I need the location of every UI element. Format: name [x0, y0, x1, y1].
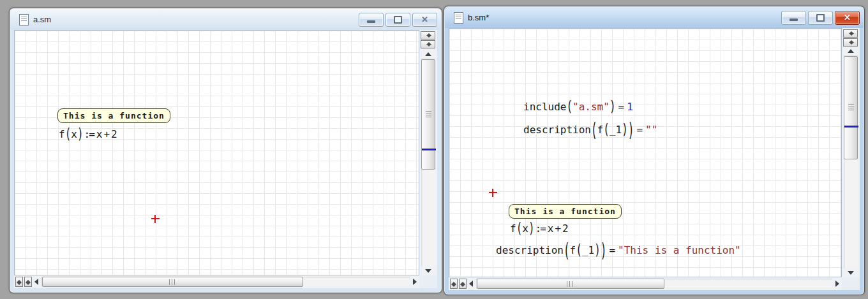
scroll-left-button[interactable] [467, 279, 475, 289]
horizontal-split-handle-icon[interactable] [450, 279, 458, 289]
worksheet-area: This is a function f(x):=x+2 [14, 30, 437, 288]
vertical-split-handle-icon[interactable] [421, 40, 435, 48]
scroll-right-button[interactable] [833, 279, 842, 289]
worksheet-area: include("a.sm")=1 description(f(_1))="" … [449, 28, 860, 290]
right-paren-icon: ) [628, 118, 634, 140]
scroll-down-button[interactable] [844, 268, 858, 277]
close-icon: ✕ [844, 13, 851, 22]
titlebar-b-sm[interactable]: b.sm* ✕ [445, 7, 864, 28]
right-paren-icon: ) [601, 238, 607, 261]
description-empty-expression[interactable]: description(f(_1))="" [523, 122, 657, 137]
window-b-sm: b.sm* ✕ include("a.sm")=1 description(f(… [444, 6, 865, 295]
function-name: f [59, 128, 65, 140]
arrow-down-icon [425, 269, 431, 273]
scrollbar-corner [419, 275, 437, 288]
horizontal-scrollbar-area [14, 275, 419, 288]
insertion-crosshair-icon [151, 215, 160, 223]
close-icon: ✕ [421, 15, 428, 24]
horizontal-scrollbar-thumb[interactable] [477, 279, 664, 289]
minimize-icon [789, 18, 798, 21]
insertion-crosshair-icon [489, 189, 497, 197]
left-paren-icon: ( [603, 120, 610, 138]
minimize-button[interactable] [781, 11, 806, 25]
restore-button[interactable] [385, 13, 410, 27]
scroll-right-button[interactable] [410, 277, 419, 287]
left-paren-icon: ( [564, 238, 570, 261]
window-controls: ✕ [359, 13, 437, 27]
function-arg: x [522, 222, 528, 235]
vertical-split-handle-icon[interactable] [843, 29, 858, 38]
function-arg: x [71, 128, 77, 140]
function-name: f [510, 222, 516, 235]
vertical-scrollbar-area [419, 30, 437, 275]
plus-operator: + [555, 222, 561, 235]
scroll-up-button[interactable] [421, 50, 435, 59]
scrollbar-corner [842, 277, 860, 290]
body-number: 2 [111, 128, 117, 140]
window-title: b.sm* [468, 13, 489, 22]
horizontal-split-handle-icon[interactable] [15, 277, 23, 287]
arrow-down-icon [848, 271, 854, 275]
argument-placeholder: _1 [610, 124, 622, 136]
document-icon [19, 14, 29, 26]
worksheet-canvas[interactable]: This is a function f(x):=x+2 [14, 30, 419, 275]
horizontal-split-handle-icon[interactable] [24, 277, 32, 287]
arrow-right-icon [413, 279, 417, 285]
comment-tooltip[interactable]: This is a function [509, 204, 622, 219]
horizontal-scrollbar-track[interactable] [41, 277, 410, 287]
page-position-marker [422, 149, 436, 150]
horizontal-scrollbar-thumb[interactable] [42, 277, 303, 287]
arrow-right-icon [835, 281, 839, 287]
vertical-split-handle-icon[interactable] [421, 31, 435, 40]
left-paren-icon: ( [65, 125, 71, 143]
vertical-scrollbar-thumb[interactable] [844, 56, 858, 159]
close-button[interactable]: ✕ [412, 13, 437, 27]
left-paren-icon: ( [576, 241, 582, 259]
comment-tooltip[interactable]: This is a function [57, 108, 170, 123]
function-name: description [496, 244, 564, 256]
left-paren-icon: ( [591, 118, 597, 140]
plus-operator: + [103, 128, 110, 140]
inner-function-name: f [597, 124, 604, 136]
right-paren-icon: ) [622, 120, 628, 138]
vertical-split-handle-icon[interactable] [843, 38, 858, 47]
restore-button[interactable] [808, 11, 833, 25]
body-variable: x [96, 128, 103, 140]
window-controls: ✕ [781, 11, 860, 25]
horizontal-split-handle-icon[interactable] [459, 279, 467, 289]
page-position-marker [844, 126, 858, 128]
arrow-left-icon [34, 279, 38, 285]
equals-sign: = [636, 124, 643, 136]
assign-operator: := [535, 222, 545, 235]
equals-sign: = [609, 244, 615, 256]
worksheet-canvas[interactable]: include("a.sm")=1 description(f(_1))="" … [449, 28, 842, 277]
minimize-button[interactable] [359, 13, 384, 27]
include-expression[interactable]: include("a.sm")=1 [523, 99, 633, 114]
left-paren-icon: ( [566, 98, 572, 115]
arrow-up-icon [425, 52, 431, 56]
function-definition[interactable]: f(x):=x+2 [59, 126, 117, 142]
comment-text: This is a function [514, 207, 616, 216]
restore-icon [816, 14, 825, 22]
result-string: "" [645, 124, 657, 136]
equals-sign: = [618, 101, 625, 113]
function-definition[interactable]: f(x):=x+2 [510, 221, 569, 236]
window-a-sm: a.sm ✕ This is a function f(x):=x+2 [9, 8, 442, 293]
close-button[interactable]: ✕ [835, 11, 860, 25]
right-paren-icon: ) [610, 98, 616, 115]
function-name: description [523, 124, 591, 136]
horizontal-scrollbar-track[interactable] [476, 279, 832, 289]
document-icon [454, 12, 463, 24]
titlebar-a-sm[interactable]: a.sm ✕ [10, 9, 441, 30]
vertical-scrollbar-track[interactable] [844, 55, 858, 268]
vertical-scrollbar-track[interactable] [421, 59, 435, 266]
body-number: 2 [562, 222, 569, 235]
scroll-left-button[interactable] [32, 277, 41, 287]
body-variable: x [548, 222, 554, 235]
description-expression[interactable]: description(f(_1))="This is a function" [496, 242, 741, 258]
argument-placeholder: _1 [582, 244, 594, 256]
scroll-up-button[interactable] [844, 47, 858, 55]
right-paren-icon: ) [594, 241, 601, 259]
vertical-scrollbar-thumb[interactable] [421, 59, 435, 170]
scroll-down-button[interactable] [421, 266, 435, 275]
